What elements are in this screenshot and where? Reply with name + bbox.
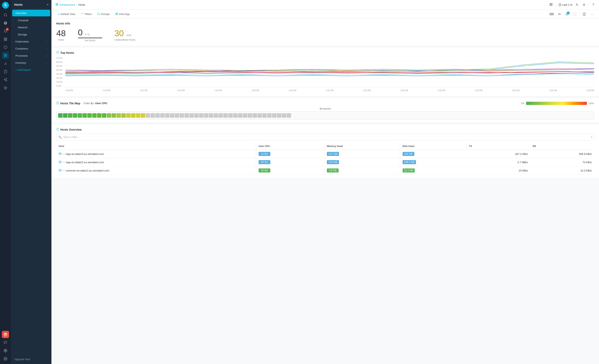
tile-item[interactable] — [267, 113, 272, 118]
settings-icon[interactable] — [2, 355, 9, 362]
star-icon[interactable] — [2, 84, 9, 91]
host-external-link-icon[interactable]: ↗ — [63, 161, 65, 164]
tile-item[interactable] — [199, 113, 203, 118]
email-icon[interactable]: ✉ — [556, 11, 562, 17]
tile-item[interactable] — [170, 113, 174, 118]
tile-item[interactable] — [262, 113, 267, 118]
sidebar-item-storage[interactable]: Storage — [12, 31, 50, 38]
host-name[interactable]: common-es-data11.eu.sematext.com — [66, 169, 109, 172]
tile-item[interactable] — [223, 113, 228, 118]
tile-item[interactable] — [214, 113, 218, 118]
host-external-link-icon[interactable]: ↗ — [63, 169, 65, 172]
col-tx[interactable]: TX — [466, 143, 530, 150]
apps-grid-icon[interactable] — [549, 2, 554, 8]
tile-item[interactable] — [180, 113, 184, 118]
tile-item[interactable] — [194, 113, 199, 118]
host-external-link-icon[interactable]: ↗ — [63, 153, 65, 155]
tile-item[interactable] — [97, 113, 101, 118]
refresh-icon[interactable]: ↻ — [575, 2, 579, 8]
tile-item[interactable] — [112, 113, 116, 118]
tile-item[interactable] — [165, 113, 169, 118]
groups-button[interactable]: Groups — [95, 11, 112, 17]
col-rx[interactable]: RX — [530, 143, 594, 150]
sidebar-header[interactable]: Hosts ▾ — [11, 0, 52, 9]
tile-item[interactable] — [160, 113, 165, 118]
tile-item[interactable] — [68, 113, 72, 118]
default-view-button[interactable]: ≡ Default View — [55, 11, 78, 17]
sidebar-item-network[interactable]: Network — [12, 24, 50, 31]
sidebar-section-kubernetes[interactable]: Kubernetes › — [12, 38, 50, 45]
col-user-cpu[interactable]: User CPU ↓ — [256, 143, 324, 150]
alert-icon[interactable]: ! — [2, 27, 9, 35]
tile-item[interactable] — [287, 113, 291, 118]
tile-item[interactable] — [282, 113, 286, 118]
tile-item[interactable] — [87, 113, 92, 118]
tile-item[interactable] — [185, 113, 189, 118]
tile-item[interactable] — [78, 113, 82, 118]
infra-app-button[interactable]: Infra App — [113, 11, 132, 17]
tile-item[interactable] — [219, 113, 223, 118]
tile-item[interactable] — [131, 113, 135, 118]
time-range[interactable]: Last 1 hr — [558, 3, 573, 6]
chart-icon[interactable] — [2, 60, 9, 67]
help-icon[interactable]: ? — [591, 2, 595, 8]
tile-item[interactable] — [141, 113, 145, 118]
globe-icon[interactable] — [2, 347, 9, 354]
host-name[interactable]: logs-es-data22.eu.sematext.com — [66, 161, 104, 164]
host-name[interactable]: logs-es-data15.eu.sematext.com — [66, 152, 104, 155]
filters-button[interactable]: Filters — [79, 11, 94, 17]
tile-item[interactable] — [248, 113, 252, 118]
tile-item[interactable] — [150, 113, 155, 118]
sidebar-section-containers[interactable]: Containers › — [12, 45, 50, 52]
integration-icon[interactable] — [2, 76, 9, 83]
table-row[interactable]: ↗ logs-es-data15.eu.sematext.com 51.8% 1… — [56, 150, 594, 158]
info-icon[interactable] — [2, 44, 9, 51]
tile-item[interactable] — [116, 113, 121, 118]
gift-icon[interactable] — [2, 331, 9, 338]
tile-item[interactable] — [136, 113, 140, 118]
tile-item[interactable] — [189, 113, 194, 118]
dashboard-icon[interactable] — [2, 52, 9, 59]
col-disk-used[interactable]: Disk Used — [400, 143, 466, 150]
doc-icon[interactable] — [2, 68, 9, 75]
rocket-icon[interactable] — [2, 19, 9, 27]
grid-icon[interactable] — [2, 36, 9, 43]
tile-item[interactable] — [121, 113, 126, 118]
sidebar-upgrade[interactable]: Upgrade Plan — [11, 355, 52, 364]
sidebar-section-inventory[interactable]: Inventory › — [12, 59, 50, 66]
notification-icon[interactable]: 2 — [564, 11, 570, 17]
tile-item[interactable] — [253, 113, 257, 118]
tile-item[interactable] — [73, 113, 77, 118]
search-icon[interactable] — [2, 11, 9, 19]
sidebar-add-report[interactable]: + Add Report — [12, 67, 50, 73]
keyboard-icon[interactable]: ⌨ — [549, 11, 555, 17]
tile-item[interactable] — [233, 113, 238, 118]
table-row[interactable]: ↗ logs-es-data22.eu.sematext.com 45.3% 1… — [56, 158, 594, 166]
tile-item[interactable] — [257, 113, 262, 118]
sidebar-item-compute[interactable]: Compute — [12, 17, 50, 24]
tile-item[interactable] — [209, 113, 213, 118]
tile-item[interactable] — [238, 113, 242, 118]
tile-item[interactable] — [58, 113, 62, 118]
tile-item[interactable] — [63, 113, 67, 118]
tile-item[interactable] — [102, 113, 106, 118]
tile-item[interactable] — [277, 113, 281, 118]
split-view-icon[interactable] — [581, 11, 587, 17]
filter-input[interactable] — [56, 134, 594, 140]
sidebar-item-overview[interactable]: Overview — [12, 10, 50, 16]
flag-icon[interactable] — [2, 339, 9, 346]
app-logo[interactable]: S — [2, 2, 9, 9]
breadcrumb-parent[interactable]: Infrastructure — [60, 3, 75, 6]
fullscreen-icon[interactable]: ⛶ — [572, 11, 578, 17]
tile-item[interactable] — [146, 113, 150, 118]
tile-item[interactable] — [155, 113, 160, 118]
tile-item[interactable] — [243, 113, 247, 118]
tile-item[interactable] — [175, 113, 179, 118]
tile-item[interactable] — [126, 113, 131, 118]
tile-item[interactable] — [107, 113, 111, 118]
table-row[interactable]: ↗ common-es-data11.eu.sematext.com 35.8%… — [56, 166, 594, 175]
pause-icon[interactable]: ⏸ — [581, 2, 586, 8]
more-options-icon[interactable]: ··· — [589, 11, 595, 17]
tile-item[interactable] — [228, 113, 233, 118]
tile-item[interactable] — [204, 113, 208, 118]
